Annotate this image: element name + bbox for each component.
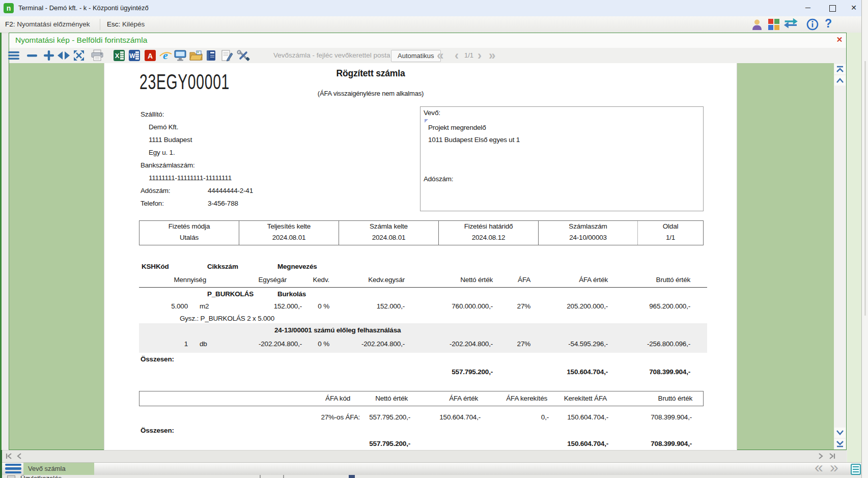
transfer-arrows-icon[interactable] xyxy=(783,18,800,33)
col-header: Egységár xyxy=(241,276,302,284)
window-title: Terminal - Demó kft. - k - Központi ügyi… xyxy=(18,4,149,12)
scroll-left-icon[interactable] xyxy=(14,451,24,461)
menu-print-history[interactable]: F2: Nyomtatási előzmények xyxy=(0,16,95,33)
menu-esc-label: Kilépés xyxy=(122,20,145,28)
item-serial-note: Gysz.: P_BURKOLÁS 2 x 5.000 xyxy=(180,315,274,322)
supplier-tax-label: Adószám: xyxy=(141,187,170,194)
vat-col-header: ÁFA kerekítés xyxy=(481,391,549,406)
item-unit-price: 152.000,- xyxy=(241,302,302,310)
task-list-icon[interactable] xyxy=(851,464,861,475)
vat-summary-header-box: ÁFA kód Nettó érték ÁFA érték ÁFA kerekí… xyxy=(139,391,704,406)
item-qty: 1 xyxy=(139,340,188,348)
items-header-row2: Mennyiség Egységár Kedv. Kedv.egysár Net… xyxy=(139,276,690,284)
menu-f2-key: F2: xyxy=(5,20,15,28)
advance-band: 24-13/00001 számú előleg felhasználása 1… xyxy=(139,323,707,353)
scroll-down-icon[interactable] xyxy=(834,428,846,438)
fit-page-icon[interactable] xyxy=(72,49,86,62)
col-header: ÁFA érték xyxy=(530,276,608,284)
vat-rounded: 150.604.704,- xyxy=(549,413,608,421)
screen-view-icon[interactable] xyxy=(174,49,187,62)
scroll-up-icon[interactable] xyxy=(834,75,846,86)
preview-hscrollbar[interactable] xyxy=(0,450,847,463)
tab-scroll-left-icon[interactable]: « xyxy=(815,460,823,475)
items-header-kshkod: KSHKód xyxy=(142,263,169,270)
supplier-tax-number: 44444444-2-41 xyxy=(208,187,253,194)
vat-col-header: Bruttó érték xyxy=(609,391,692,406)
panel-close-icon[interactable]: ✕ xyxy=(834,34,845,45)
vat-total-label: Összesen: xyxy=(141,427,174,434)
preview-vscrollbar[interactable] xyxy=(834,63,846,449)
edit-template-icon[interactable] xyxy=(220,49,234,62)
item-unit: db xyxy=(188,340,241,348)
user-icon[interactable] xyxy=(750,18,764,33)
right-margin-strip xyxy=(847,33,861,462)
archive-icon[interactable] xyxy=(205,49,218,62)
menu-exit[interactable]: Esc: Kilépés xyxy=(102,16,150,33)
advance-title: 24-13/00001 számú előleg felhasználása xyxy=(274,326,401,334)
item-unit: m2 xyxy=(188,302,241,310)
scroll-to-top-icon[interactable] xyxy=(834,64,846,74)
vat-code: 27%-os ÁFA: xyxy=(139,413,360,421)
apps-grid-icon[interactable] xyxy=(768,18,780,33)
scroll-to-bottom-icon[interactable] xyxy=(834,439,846,449)
vat-total-vat: 150.604.704,- xyxy=(549,440,608,447)
meta-value: 2024.08.01 xyxy=(339,232,438,243)
supplier-phone-label: Telefon: xyxy=(141,200,164,207)
items-header-rule xyxy=(139,287,707,288)
browser-ie-icon[interactable]: e xyxy=(159,49,172,62)
minimize-button[interactable]: ─ xyxy=(800,0,816,16)
send-email-icon[interactable] xyxy=(189,49,203,62)
background-window-edge xyxy=(0,450,2,478)
first-page-icon[interactable]: « xyxy=(437,48,443,63)
zoom-in-icon[interactable] xyxy=(42,49,55,62)
meta-value: 1/1 xyxy=(638,232,703,243)
svg-text:e: e xyxy=(163,49,168,62)
export-word-icon[interactable]: W xyxy=(128,49,141,62)
maximize-button[interactable] xyxy=(825,0,840,16)
svg-text:A: A xyxy=(148,52,153,60)
field-marker-icon xyxy=(425,119,428,123)
vat-total-row: 557.795.200,- 150.604.704,- 708.399.904,… xyxy=(139,440,692,447)
total-gross: 708.399.904,- xyxy=(608,368,690,376)
col-header: Bruttó érték xyxy=(608,276,690,284)
app-logo-icon: n xyxy=(4,3,14,13)
taskbar-tab-active[interactable]: Vevő számla generálás xyxy=(23,463,94,475)
vat-rounding: 0,- xyxy=(481,413,549,421)
item-group-name: Burkolás xyxy=(277,290,306,298)
menu-divider xyxy=(100,19,100,30)
meta-header: Fizetés módja xyxy=(139,221,239,232)
supplier-name: Demó Kft. xyxy=(149,123,178,131)
export-pdf-icon[interactable]: A xyxy=(144,49,157,62)
settings-tools-icon[interactable] xyxy=(237,49,250,62)
item-vat: -54.595.296,- xyxy=(530,340,608,348)
zoom-out-icon[interactable] xyxy=(25,49,39,62)
svg-text:W: W xyxy=(129,52,135,60)
menu-f2-label: Nyomtatási előzmények xyxy=(17,20,90,28)
tab-scroll-right-icon[interactable]: » xyxy=(830,460,838,475)
export-excel-icon[interactable]: X xyxy=(113,49,126,62)
last-page-icon[interactable]: » xyxy=(489,48,495,63)
close-button[interactable]: ✕ xyxy=(846,0,861,16)
vat-gross: 708.399.904,- xyxy=(608,413,692,421)
items-header-cikkszam: Cikkszám xyxy=(207,263,238,270)
invoice-title: Rögzített számla xyxy=(243,68,498,79)
fit-width-icon[interactable] xyxy=(57,49,70,62)
info-icon[interactable] xyxy=(806,18,819,33)
print-icon[interactable] xyxy=(91,49,104,62)
invoice-page: 23EGY00001 Rögzített számla (ÁFA visszai… xyxy=(104,63,737,450)
item-disc-price: -202.204.800,- xyxy=(329,340,405,348)
scroll-far-left-icon[interactable] xyxy=(4,451,14,461)
item-unit-price: -202.204.800,- xyxy=(241,340,302,348)
meta-header: Számla kelte xyxy=(339,221,438,232)
menu-hamburger-icon[interactable] xyxy=(7,49,20,62)
page-indicator: 1/1 xyxy=(464,51,473,59)
meta-value: 2024.08.12 xyxy=(439,232,538,243)
next-page-icon[interactable]: › xyxy=(478,48,482,63)
report-template-name: Vevőszámla - fejléc vevőkerettel posta xyxy=(273,51,390,59)
vat-col-header: Nettó érték xyxy=(360,391,411,406)
prev-page-icon[interactable]: ‹ xyxy=(455,48,459,63)
taskbar-menu-icon[interactable] xyxy=(5,464,21,473)
item-row: 1 db -202.204.800,- 0 % -202.204.800,- -… xyxy=(139,340,690,348)
automatic-button[interactable]: Automatikus xyxy=(391,50,441,62)
help-icon[interactable]: ? xyxy=(825,17,832,31)
